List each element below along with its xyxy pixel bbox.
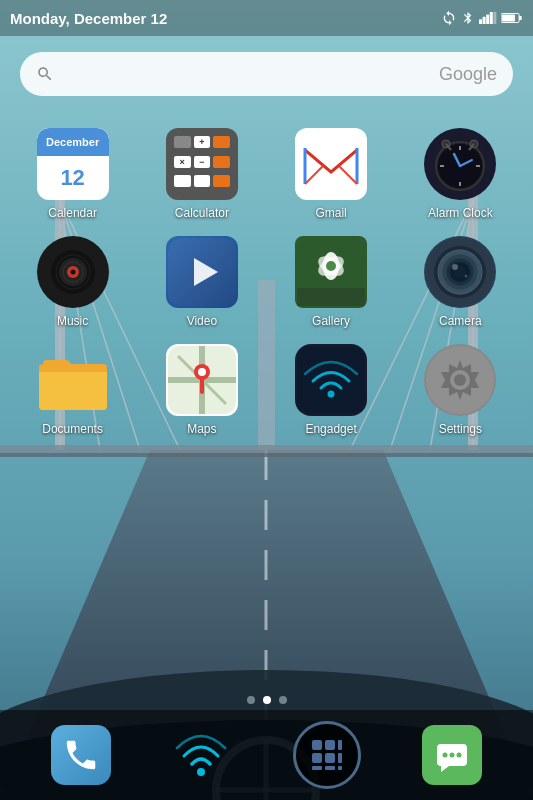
svg-rect-62 — [297, 288, 365, 306]
music-label: Music — [57, 314, 88, 328]
sync-icon — [441, 10, 457, 26]
alarm-clock-icon — [424, 128, 496, 200]
phone-dock-icon — [51, 725, 111, 785]
search-icon — [36, 65, 54, 83]
page-indicators — [0, 696, 533, 704]
dock-phone[interactable] — [51, 725, 111, 785]
app-gallery[interactable]: Gallery — [267, 228, 396, 336]
svg-point-74 — [198, 368, 206, 376]
camera-label: Camera — [439, 314, 482, 328]
calendar-icon: December 12 — [37, 128, 109, 200]
engadget-icon: e — [295, 344, 367, 416]
page-indicator-2[interactable] — [263, 696, 271, 704]
video-icon — [166, 236, 238, 308]
svg-rect-89 — [325, 766, 335, 770]
video-label: Video — [187, 314, 217, 328]
dock-messages[interactable] — [422, 725, 482, 785]
calendar-label: Calendar — [48, 206, 97, 220]
svg-rect-27 — [502, 14, 515, 21]
svg-point-70 — [452, 264, 458, 270]
app-engadget[interactable]: e Engadget — [267, 336, 396, 444]
gmail-icon — [295, 128, 367, 200]
svg-rect-15 — [0, 453, 533, 457]
svg-point-94 — [450, 753, 455, 758]
svg-rect-28 — [519, 16, 522, 20]
settings-icon — [424, 344, 496, 416]
gmail-label: Gmail — [315, 206, 346, 220]
svg-marker-92 — [441, 766, 449, 772]
app-camera[interactable]: Camera — [396, 228, 525, 336]
dock — [0, 710, 533, 800]
svg-point-50 — [70, 270, 75, 275]
svg-point-93 — [443, 753, 448, 758]
svg-rect-14 — [0, 445, 533, 453]
app-calculator[interactable]: + × − Calculator — [137, 120, 266, 228]
gallery-icon — [295, 236, 367, 308]
status-icons — [441, 10, 523, 26]
svg-rect-29 — [305, 146, 357, 184]
alarm-clock-label: Alarm Clock — [428, 206, 493, 220]
search-placeholder: Google — [62, 64, 497, 85]
camera-icon — [424, 236, 496, 308]
svg-rect-83 — [325, 740, 335, 750]
svg-rect-25 — [493, 12, 496, 24]
documents-icon — [37, 344, 109, 416]
music-icon — [37, 236, 109, 308]
app-video[interactable]: Video — [137, 228, 266, 336]
battery-icon — [501, 11, 523, 25]
status-bar: Monday, December 12 — [0, 0, 533, 36]
home-dock-icon — [293, 721, 361, 789]
svg-rect-85 — [312, 753, 322, 763]
svg-rect-87 — [338, 753, 342, 763]
settings-label: Settings — [439, 422, 482, 436]
app-alarm-clock[interactable]: Alarm Clock — [396, 120, 525, 228]
bluetooth-icon — [461, 10, 475, 26]
app-gmail[interactable]: Gmail — [267, 120, 396, 228]
svg-rect-22 — [483, 17, 486, 24]
svg-rect-86 — [325, 753, 335, 763]
signal-icon — [479, 11, 497, 25]
dock-home[interactable] — [293, 721, 361, 789]
svg-rect-88 — [312, 766, 322, 770]
svg-point-80 — [454, 374, 466, 386]
svg-point-61 — [326, 261, 336, 271]
svg-rect-82 — [312, 740, 322, 750]
app-documents[interactable]: Documents — [8, 336, 137, 444]
search-bar[interactable]: Google — [20, 52, 513, 96]
dock-engadget[interactable] — [172, 725, 232, 785]
svg-rect-90 — [338, 766, 342, 770]
engadget-label: Engadget — [305, 422, 356, 436]
page-indicator-3[interactable] — [279, 696, 287, 704]
status-date: Monday, December 12 — [10, 10, 167, 27]
svg-rect-23 — [486, 14, 489, 24]
messages-dock-icon — [422, 725, 482, 785]
app-settings[interactable]: Settings — [396, 336, 525, 444]
calculator-icon: + × − — [166, 128, 238, 200]
gallery-label: Gallery — [312, 314, 350, 328]
svg-rect-84 — [338, 740, 342, 750]
svg-rect-75 — [297, 346, 365, 414]
app-grid: December 12 Calendar + × − Calculator — [0, 104, 533, 444]
app-maps[interactable]: Maps — [137, 336, 266, 444]
calculator-label: Calculator — [175, 206, 229, 220]
maps-icon — [166, 344, 238, 416]
maps-label: Maps — [187, 422, 216, 436]
svg-point-71 — [465, 275, 468, 278]
svg-point-76 — [328, 391, 335, 398]
svg-rect-21 — [479, 19, 482, 24]
svg-point-95 — [457, 753, 462, 758]
documents-label: Documents — [42, 422, 103, 436]
engadget-dock-icon — [172, 725, 232, 785]
page-indicator-1[interactable] — [247, 696, 255, 704]
svg-point-81 — [197, 768, 205, 776]
app-music[interactable]: Music — [8, 228, 137, 336]
svg-rect-24 — [490, 12, 493, 24]
app-calendar[interactable]: December 12 Calendar — [8, 120, 137, 228]
